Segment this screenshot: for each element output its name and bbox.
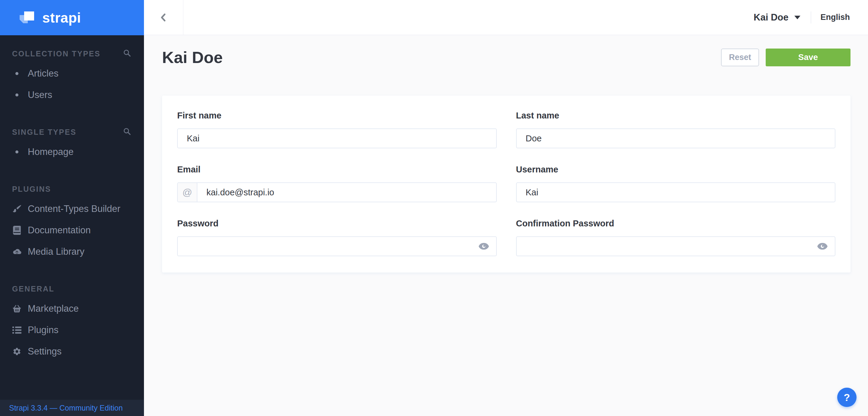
search-icon[interactable] [123,49,131,57]
app-root: strapi COLLECTION TYPES Articles [0,0,868,416]
page-head: Kai Doe Reset Save [162,48,850,67]
sidebar: strapi COLLECTION TYPES Articles [0,0,144,416]
save-button[interactable]: Save [766,48,850,66]
reset-button[interactable]: Reset [721,48,759,66]
field-label: First name [177,111,497,120]
section-title: PLUGINS [12,185,51,194]
field-confirmation-password: Confirmation Password [516,218,836,256]
sidebar-nav: COLLECTION TYPES Articles Users [0,49,144,362]
gear-icon [11,347,22,356]
sidebar-item-homepage[interactable]: Homepage [0,141,144,163]
section-single-types: SINGLE TYPES Homepage [0,127,144,163]
toggle-password-visibility-icon[interactable] [479,243,489,250]
sidebar-item-settings[interactable]: Settings [0,341,144,362]
brand-logo[interactable]: strapi [0,0,144,35]
toggle-password-visibility-icon[interactable] [817,243,828,250]
edit-form-card: First name Last name Email [162,96,850,273]
sidebar-item-plugins[interactable]: Plugins [0,319,144,341]
section-plugins: PLUGINS Content-Types Builder [0,184,144,262]
sidebar-item-marketplace[interactable]: Marketplace [0,298,144,319]
sidebar-item-users[interactable]: Users [0,84,144,105]
field-label: Confirmation Password [516,218,836,229]
password-input[interactable] [178,237,496,256]
user-menu[interactable]: Kai Doe [754,12,800,23]
topbar-divider [811,11,811,24]
bullet-icon [11,150,22,153]
confirmation-password-input[interactable] [517,237,835,256]
field-first-name: First name [177,111,497,148]
first-name-input[interactable] [178,129,496,148]
list-icon [11,326,22,334]
section-title: SINGLE TYPES [12,128,76,137]
cloud-upload-icon [11,248,22,255]
section-title: GENERAL [12,284,54,293]
section-collection-types: COLLECTION TYPES Articles Users [0,49,144,105]
content: Kai Doe Reset Save First name Last nam [144,35,868,273]
section-title: COLLECTION TYPES [12,49,100,58]
back-button[interactable] [144,0,184,35]
question-mark-icon: ? [844,391,850,403]
bullet-icon [11,94,22,97]
sidebar-item-content-types-builder[interactable]: Content-Types Builder [0,198,144,219]
basket-icon [11,305,22,313]
field-last-name: Last name [516,111,836,148]
book-icon [11,226,22,235]
last-name-input[interactable] [517,129,835,148]
caret-down-icon [794,16,800,19]
sidebar-item-media-library[interactable]: Media Library [0,241,144,262]
strapi-logo-icon [17,8,37,28]
field-label: Last name [516,111,836,120]
bullet-icon [11,72,22,75]
field-label: Password [177,218,497,229]
search-icon[interactable] [123,127,131,136]
paintbrush-icon [11,204,22,213]
field-username: Username [516,165,836,202]
help-button[interactable]: ? [837,388,857,407]
username-input[interactable] [517,183,835,202]
user-name: Kai Doe [754,12,788,23]
topbar: Kai Doe English [144,0,868,35]
version-link[interactable]: Strapi 3.3.4 — Community Edition [0,400,144,416]
language-selector[interactable]: English [820,13,850,22]
email-input[interactable] [197,183,496,202]
sidebar-item-documentation[interactable]: Documentation [0,219,144,241]
chevron-left-icon [158,12,169,23]
field-label: Username [516,165,836,175]
field-password: Password [177,218,497,256]
field-email: Email @ [177,165,497,202]
brand-name: strapi [42,10,81,26]
page-title: Kai Doe [162,48,223,67]
sidebar-item-articles[interactable]: Articles [0,63,144,84]
email-at-icon: @ [178,183,197,202]
main-area: Kai Doe English Kai Doe Reset Save First… [144,0,868,416]
field-label: Email [177,165,497,175]
section-general: GENERAL Marketplac [0,284,144,362]
